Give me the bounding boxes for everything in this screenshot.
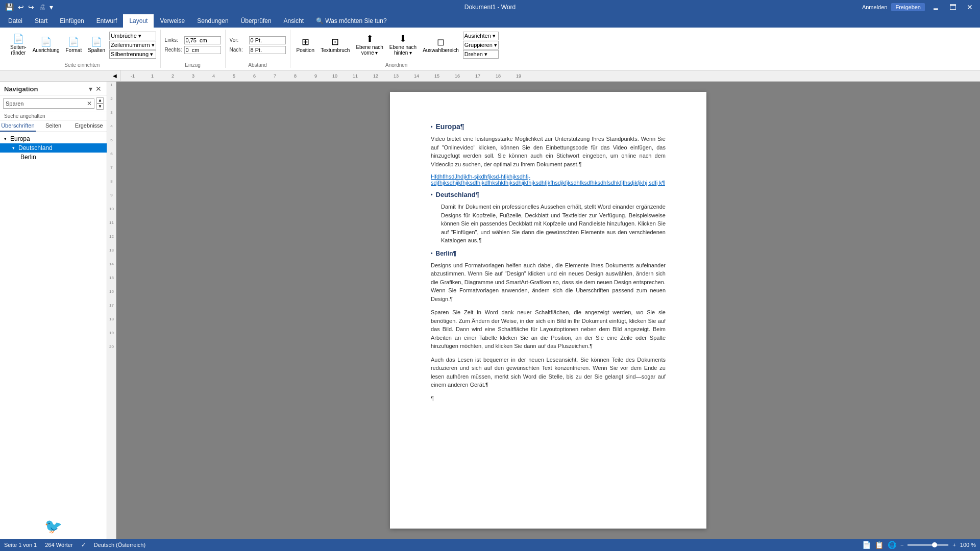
- minimize-button[interactable]: 🗕: [929, 3, 942, 11]
- ausrichten-button[interactable]: Ausrichten ▾: [463, 32, 499, 40]
- nav-logo-icon: 🐦: [44, 518, 62, 535]
- seitenraender-button[interactable]: 📄 Seiten-ränder: [8, 33, 29, 57]
- textumbruch-button[interactable]: ⊡ Textumbruch: [318, 36, 352, 54]
- vruler-mark-16: 16: [109, 289, 114, 294]
- tab-ansicht[interactable]: Ansicht: [278, 14, 310, 28]
- tab-einfuegen[interactable]: Einfügen: [54, 14, 90, 28]
- ebene-vorne-button[interactable]: ⬆ Ebene nachvorne ▾: [354, 33, 385, 57]
- close-button[interactable]: ✕: [964, 3, 976, 11]
- nav-close-icon[interactable]: ✕: [94, 85, 103, 93]
- heading-europa-text: Europa¶: [436, 122, 464, 131]
- nav-search-clear-icon[interactable]: ✕: [87, 100, 92, 107]
- save-icon[interactable]: 💾: [4, 3, 15, 11]
- zoom-slider[interactable]: [908, 544, 948, 546]
- nav-search-box[interactable]: Sparen ✕: [3, 98, 94, 109]
- silbentrennung-button[interactable]: Silbentrennung ▾: [109, 50, 156, 59]
- nav-tab-ergebnisse[interactable]: Ergebnisse: [71, 120, 107, 132]
- tab-layout[interactable]: Layout: [123, 14, 154, 28]
- nav-tree-item-europa[interactable]: ▾ Europa: [0, 134, 107, 143]
- view-web-icon[interactable]: 🌐: [888, 541, 896, 549]
- svg-text:19: 19: [516, 73, 521, 79]
- doc-para-5[interactable]: Auch das Lesen ist bequemer in der neuen…: [431, 356, 666, 389]
- zoom-thumb[interactable]: [932, 542, 937, 547]
- redo-icon[interactable]: ↪: [27, 3, 35, 11]
- qat-dropdown-icon[interactable]: ▾: [48, 3, 54, 11]
- gruppieren-button[interactable]: Gruppieren ▾: [463, 41, 499, 49]
- doc-para-2[interactable]: Damit Ihr Dokument ein professionelles A…: [431, 203, 666, 245]
- auswahlbereich-button[interactable]: ◻ Auswahlbereich: [421, 36, 461, 54]
- svg-text:17: 17: [475, 73, 480, 79]
- abstand-vor-input[interactable]: [249, 36, 286, 44]
- doc-link-1[interactable]: HfdhflhsdJhdjkfh-sjkdhfjksd-hfjkhjksdhfj…: [431, 173, 666, 186]
- nav-tab-seiten[interactable]: Seiten: [36, 120, 71, 132]
- nav-search-prev-button[interactable]: ▲: [96, 97, 104, 104]
- nav-expand-deutschland-icon[interactable]: ▾: [12, 145, 18, 151]
- vruler-mark-9: 9: [110, 193, 112, 197]
- tab-entwurf[interactable]: Entwurf: [90, 14, 124, 28]
- zoom-out-icon[interactable]: −: [900, 542, 903, 548]
- doc-para-3[interactable]: Designs und Formatvorlagen helfen auch d…: [431, 261, 666, 304]
- heading-deutschland: • Deutschland¶: [431, 191, 666, 198]
- seite-col: Umbrüche ▾ Zeilennummern ▾ Silbentrennun…: [109, 32, 156, 59]
- tab-help[interactable]: 🔍 Was möchten Sie tun?: [310, 14, 393, 28]
- textumbruch-label: Textumbruch: [321, 47, 350, 53]
- tab-datei[interactable]: Datei: [2, 14, 29, 28]
- nav-tree-item-deutschland[interactable]: ▾ Deutschland: [0, 143, 107, 153]
- nav-expand-europa-icon[interactable]: ▾: [4, 136, 10, 141]
- heading-berlin-text: Berlin¶: [436, 250, 457, 257]
- einzug-links-row: Links:: [165, 36, 221, 44]
- title-bar-left: 💾 ↩ ↪ 🖨 ▾: [4, 3, 54, 11]
- navigation-pane: Navigation ▾ ✕ Sparen ✕ ▲ ▼ Suche angeha…: [0, 82, 107, 539]
- zeilennummern-button[interactable]: Zeilennummern ▾: [109, 41, 156, 49]
- position-button[interactable]: ⊞ Position: [295, 36, 317, 54]
- anordnen-group-label: Anordnen: [385, 61, 407, 68]
- ruler-left-arrow[interactable]: ◀: [109, 70, 120, 82]
- spell-check-icon[interactable]: ✓: [81, 542, 86, 548]
- tab-verweise[interactable]: Verweise: [154, 14, 191, 28]
- einzug-rechts-input[interactable]: [184, 46, 221, 54]
- drehen-button[interactable]: Drehen ▾: [463, 50, 499, 59]
- spalten-label: Spalten: [88, 47, 105, 53]
- nav-tree-item-berlin[interactable]: Berlin: [0, 153, 107, 162]
- vruler-mark-18: 18: [109, 317, 114, 321]
- document-area[interactable]: • Europa¶ Video bietet eine leistungssta…: [116, 82, 980, 539]
- position-icon: ⊞: [302, 37, 309, 46]
- maximize-button[interactable]: 🗖: [946, 3, 960, 11]
- nav-search-text: Sparen: [6, 101, 23, 107]
- status-bar: Seite 1 von 1 264 Wörter ✓ Deutsch (Öste…: [0, 539, 980, 551]
- language-indicator[interactable]: Deutsch (Österreich): [94, 542, 145, 548]
- ebene-hinten-button[interactable]: ⬇ Ebene nachhinten ▾: [387, 33, 419, 57]
- view-normal-icon[interactable]: 📄: [862, 541, 871, 549]
- undo-icon[interactable]: ↩: [17, 3, 25, 11]
- nav-search-next-button[interactable]: ▼: [96, 104, 104, 110]
- svg-text:16: 16: [455, 73, 460, 79]
- ausrichtung-button[interactable]: 📄 Ausrichtung: [31, 36, 62, 54]
- vruler-mark-11: 11: [109, 220, 114, 225]
- zoom-level[interactable]: 100 %: [960, 542, 976, 548]
- format-button[interactable]: 📄 Format: [64, 36, 84, 54]
- abstand-nach-input[interactable]: [249, 46, 286, 54]
- doc-para-4[interactable]: Sparen Sie Zeit in Word dank neuer Schal…: [431, 308, 666, 350]
- spalten-button[interactable]: 📄 Spalten: [86, 36, 107, 54]
- svg-text:11: 11: [353, 73, 358, 79]
- document-page[interactable]: • Europa¶ Video bietet eine leistungssta…: [390, 92, 706, 529]
- ribbon-tabs: Datei Start Einfügen Entwurf Layout Verw…: [0, 14, 980, 28]
- tab-sendungen[interactable]: Sendungen: [191, 14, 234, 28]
- position-label: Position: [297, 47, 315, 53]
- share-button[interactable]: Freigeben: [891, 3, 925, 11]
- svg-text:8: 8: [294, 73, 297, 79]
- print-icon[interactable]: 🖨: [37, 3, 46, 11]
- nav-menu-icon[interactable]: ▾: [88, 85, 93, 93]
- tab-ueberprufen[interactable]: Überprüfen: [235, 14, 278, 28]
- nav-tab-ueberschriften[interactable]: Überschriften: [0, 120, 36, 132]
- doc-para-1[interactable]: Video bietet eine leistungsstarke Möglic…: [431, 135, 666, 168]
- zoom-in-icon[interactable]: +: [952, 542, 955, 548]
- signin-button[interactable]: Anmelden: [862, 4, 888, 10]
- einzug-links-input[interactable]: [184, 36, 221, 44]
- umbrueche-button[interactable]: Umbrüche ▾: [109, 32, 156, 40]
- vruler-mark-5: 5: [110, 138, 112, 142]
- ebene-vorne-icon: ⬆: [366, 34, 374, 43]
- vruler-mark-14: 14: [109, 262, 114, 266]
- view-reading-icon[interactable]: 📋: [875, 541, 884, 549]
- tab-start[interactable]: Start: [29, 14, 54, 28]
